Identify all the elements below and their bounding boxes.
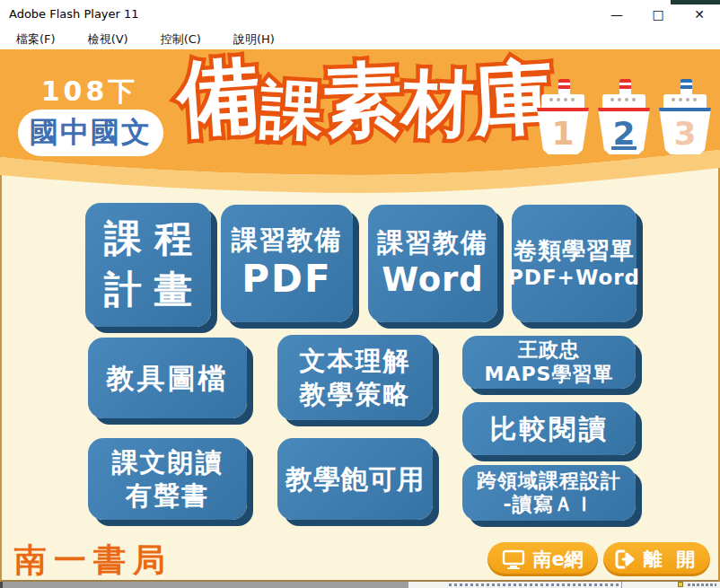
boat-number: 1 [551,115,574,152]
exit-label: 離 開 [644,547,698,572]
nan-e-net-button[interactable]: 南e網 [487,542,598,576]
subject-badge: 國中國文 [18,110,163,156]
nan-e-net-label: 南e網 [532,547,583,572]
button-cross-domain-reading-writing-ai[interactable]: 跨領域課程設計 -讀寫ＡＩ [462,465,636,521]
menu-view[interactable]: 檢視(V) [79,30,137,49]
boat-volume-3[interactable]: 3 [659,79,711,169]
button-comparative-reading[interactable]: 比較閱讀 [462,402,636,455]
boat-cabin-icon [541,94,584,108]
button-teaching-aid-images[interactable]: 教具圖檔 [88,338,247,418]
boat-hull-icon: 3 [659,108,711,154]
boat-volume-2-selected[interactable]: 2 [598,79,650,169]
boat-hull-icon: 1 [537,108,589,154]
boat-volume-1[interactable]: 1 [537,79,589,169]
button-text-comprehension-strategy[interactable]: 文本理解 教學策略 [277,335,433,420]
volume-selector-boats: 1 2 3 [537,79,716,171]
subject-label: 國中國文 [30,113,152,153]
title-bar: Adobe Flash Player 11 — □ ✕ [0,0,720,29]
button-maps-worksheet[interactable]: 王政忠 MAPS學習單 [462,336,636,389]
boat-cabin-icon [602,94,645,108]
menu-file[interactable]: 檔案(F) [7,30,65,49]
minimize-button[interactable]: — [596,0,637,29]
boat-number: 2 [612,115,635,152]
boat-number: 3 [673,115,696,152]
button-teaching-bao[interactable]: 教學飽可用 [277,438,433,520]
nani-books-logo: 南一書局 [14,539,172,583]
button-text-audio-book[interactable]: 課文朗讀 有聲書 [88,438,247,520]
menu-control[interactable]: 控制(C) [152,30,210,49]
window-title: Adobe Flash Player 11 [9,7,139,21]
menu-bar: 檔案(F) 檢視(V) 控制(C) 說明(H) [0,29,720,49]
boat-hull-icon: 2 [598,108,650,154]
exit-icon [615,549,637,569]
semester-label: 108下 [27,74,153,110]
button-course-plan[interactable]: 課程 計畫 [85,203,211,327]
button-lesson-prep-pdf[interactable]: 課習教備 PDF [221,205,353,322]
button-worksheets-pdf-word[interactable]: 卷類學習單 PDF+Word [512,205,637,322]
monitor-icon [502,549,525,569]
desktop-background-sliver [671,0,720,4]
boat-cabin-icon [663,94,707,108]
button-lesson-prep-word[interactable]: 課習教備 Word [368,205,497,322]
background-window-sliver [0,582,720,588]
exit-button[interactable]: 離 開 [603,542,710,576]
page-title: 備 課 素 材 庫 [190,56,540,168]
